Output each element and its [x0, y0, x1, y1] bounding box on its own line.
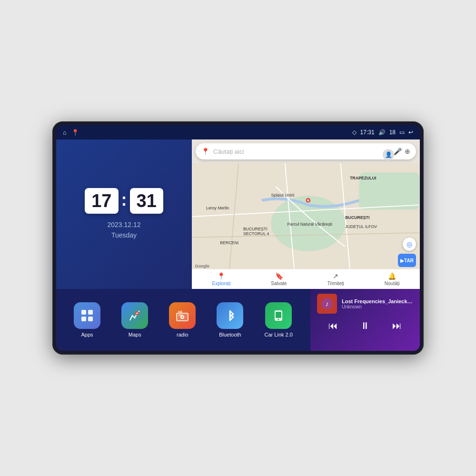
send-icon: ↗ [333, 272, 338, 280]
main-content: 17 : 31 2023.12.12 Tuesday 📍 Căutați aic… [56, 139, 420, 351]
radio-label: radio [177, 332, 188, 337]
music-thumbnail: ♪ [317, 294, 337, 314]
apps-icon [74, 302, 100, 329]
maps-nav-icon[interactable]: 📍 [71, 129, 79, 136]
map-tab-explorare-label: Explorați [212, 281, 230, 286]
radio-app-icon: FM [169, 302, 196, 329]
gps-icon: ◇ [352, 129, 357, 136]
status-left: ⌂ 📍 [63, 129, 79, 136]
battery-level: 18 [389, 129, 396, 136]
svg-text:Parcul Natural Văcărești: Parcul Natural Văcărești [288, 222, 332, 227]
app-item-bluetooth[interactable]: Bluetooth [217, 302, 243, 337]
music-player: ♪ Lost Frequencies_Janieck Devy-... Unkn… [310, 289, 420, 351]
explore-icon: 📍 [217, 272, 225, 280]
svg-rect-31 [178, 315, 182, 316]
svg-point-30 [182, 317, 183, 318]
svg-text:BERCENI: BERCENI [220, 240, 238, 245]
maps-app-icon [121, 302, 148, 329]
map-search-placeholder: Căutați aici [213, 148, 390, 155]
map-pin-icon: 📍 [201, 148, 209, 155]
battery-icon: ▭ [399, 129, 405, 136]
map-tab-trimiteti[interactable]: ↗ Trimiteți [327, 272, 344, 286]
status-bar: ⌂ 📍 ◇ 17:31 🔊 18 ▭ ↩ [56, 125, 420, 139]
music-next-button[interactable]: ⏭ [388, 318, 406, 333]
svg-rect-21 [88, 310, 93, 315]
svg-text:BUCUREȘTI: BUCUREȘTI [243, 227, 268, 231]
clock-hours: 17 [85, 188, 118, 214]
mic-icon[interactable]: 🎤 [394, 148, 402, 155]
top-section: 17 : 31 2023.12.12 Tuesday 📍 Căutați aic… [56, 139, 420, 289]
svg-point-35 [278, 319, 279, 320]
status-right: ◇ 17:31 🔊 18 ▭ ↩ [352, 129, 413, 136]
home-icon[interactable]: ⌂ [63, 129, 67, 136]
maps-label: Maps [129, 332, 141, 337]
map-compass[interactable]: ◎ [403, 238, 416, 251]
svg-point-18 [307, 199, 309, 201]
music-play-button[interactable]: ⏸ [357, 318, 374, 333]
clock-panel: 17 : 31 2023.12.12 Tuesday [56, 139, 192, 289]
svg-rect-23 [88, 317, 93, 321]
music-controls: ⏮ ⏸ ⏭ [317, 317, 413, 335]
bluetooth-app-icon [217, 302, 243, 329]
apps-label: Apps [81, 332, 93, 337]
device-screen: ⌂ 📍 ◇ 17:31 🔊 18 ▭ ↩ 17 : [56, 125, 420, 351]
svg-text:SECTORUL 4: SECTORUL 4 [243, 231, 269, 236]
svg-rect-22 [81, 317, 86, 321]
clock-date: 2023.12.12 Tuesday [107, 219, 140, 241]
svg-text:Splaiul Unirii: Splaiul Unirii [271, 193, 294, 198]
bottom-section: Apps Maps [56, 289, 420, 351]
app-item-maps[interactable]: Maps [121, 302, 148, 337]
layers-icon[interactable]: ⊕ [405, 148, 410, 155]
user-avatar[interactable]: 👤 [383, 149, 394, 160]
map-tab-salvate[interactable]: 🔖 Salvate [271, 272, 287, 286]
carlink-app-icon [265, 302, 292, 329]
back-icon[interactable]: ↩ [408, 129, 413, 136]
music-text: Lost Frequencies_Janieck Devy-... Unknow… [342, 298, 413, 309]
map-navigate-button[interactable]: ▶TAR [398, 254, 416, 267]
saved-icon: 🔖 [275, 272, 283, 280]
svg-rect-34 [276, 312, 281, 318]
map-background: TRAPEZULUI BUCUREȘTI JUDEȚUL ILFOV BERCE… [192, 163, 420, 270]
map-tab-noutati-label: Noutăți [385, 281, 400, 286]
app-item-carlink[interactable]: Car Link 2.0 [265, 302, 293, 337]
map-tab-salvate-label: Salvate [271, 281, 287, 286]
svg-text:FM: FM [178, 310, 182, 313]
svg-text:♪: ♪ [326, 300, 329, 307]
svg-text:JUDEȚUL ILFOV: JUDEȚUL ILFOV [345, 224, 377, 229]
car-head-unit: ⌂ 📍 ◇ 17:31 🔊 18 ▭ ↩ 17 : [52, 121, 424, 355]
volume-icon: 🔊 [378, 129, 386, 136]
map-panel[interactable]: 📍 Căutați aici 🎤 👤 ⊕ [192, 139, 420, 289]
status-time: 17:31 [360, 129, 375, 136]
app-item-apps[interactable]: Apps [74, 302, 100, 337]
svg-text:Google: Google [195, 264, 209, 268]
svg-text:TRAPEZULUI: TRAPEZULUI [350, 176, 376, 180]
bluetooth-label: Bluetooth [219, 332, 241, 337]
svg-rect-24 [128, 308, 142, 323]
clock-display: 17 : 31 [85, 188, 163, 214]
clock-minutes: 31 [130, 188, 163, 214]
clock-colon: : [121, 190, 127, 210]
svg-point-26 [137, 313, 138, 314]
carlink-label: Car Link 2.0 [265, 332, 293, 337]
map-bottom-bar: 📍 Explorați 🔖 Salvate ↗ Trimiteți 🔔 [192, 269, 420, 289]
map-tab-explorare[interactable]: 📍 Explorați [212, 272, 230, 286]
svg-text:Leroy Merlin: Leroy Merlin [206, 206, 229, 210]
map-tab-noutati[interactable]: 🔔 Noutăți [385, 272, 400, 286]
music-track-info: ♪ Lost Frequencies_Janieck Devy-... Unkn… [317, 294, 413, 314]
svg-text:BUCUREȘTI: BUCUREȘTI [345, 215, 369, 220]
news-icon: 🔔 [388, 272, 396, 280]
music-prev-button[interactable]: ⏮ [325, 318, 342, 333]
app-item-radio[interactable]: FM radio [169, 302, 196, 337]
map-tab-trimiteti-label: Trimiteți [327, 281, 344, 286]
apps-grid: Apps Maps [56, 289, 310, 351]
music-title: Lost Frequencies_Janieck Devy-... [342, 298, 413, 304]
map-search-actions: 🎤 👤 ⊕ [394, 148, 410, 155]
svg-rect-20 [81, 310, 86, 315]
music-artist: Unknown [342, 304, 413, 309]
map-search-bar[interactable]: 📍 Căutați aici 🎤 👤 ⊕ [196, 143, 416, 159]
